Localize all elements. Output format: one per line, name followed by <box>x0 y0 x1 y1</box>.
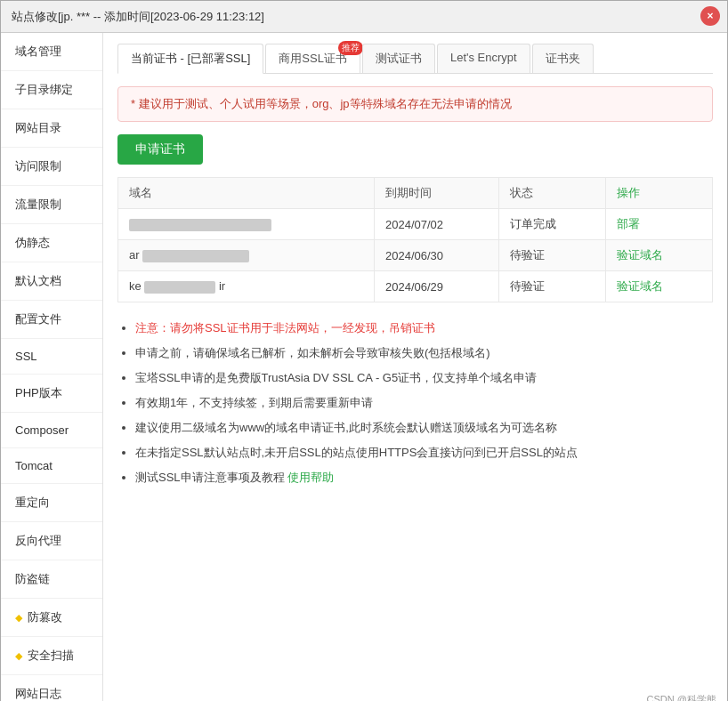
tab-lets-encrypt[interactable]: Let's Encrypt <box>437 44 530 73</box>
sidebar-item-flow-limit[interactable]: 流量限制 <box>1 186 102 224</box>
domain-blur <box>142 250 249 262</box>
verify-domain-link[interactable]: 验证域名 <box>617 248 663 262</box>
col-header-expire: 到期时间 <box>375 178 499 209</box>
col-header-domain: 域名 <box>118 178 375 209</box>
note-item: 建议使用二级域名为www的域名申请证书,此时系统会默认赠送顶级域名为可选名称 <box>135 416 713 439</box>
alert-box: * 建议用于测试、个人试用等场景，org、jp等特殊域名存在无法申请的情况 <box>117 86 713 122</box>
sidebar-item-access-limit[interactable]: 访问限制 <box>1 148 102 186</box>
sidebar-item-anti-tamper[interactable]: ◆ 防篡改 <box>1 599 102 637</box>
table-row: ar 2024/06/30 待验证 验证域名 <box>118 240 713 271</box>
table-row: 2024/07/02 订单完成 部署 <box>118 209 713 240</box>
expire-cell: 2024/07/02 <box>375 209 499 240</box>
note-item: 有效期1年，不支持续签，到期后需要重新申请 <box>135 391 713 415</box>
note-item: 宝塔SSL申请的是免费版TrustAsia DV SSL CA - G5证书，仅… <box>135 367 713 390</box>
verify-domain-link-2[interactable]: 验证域名 <box>617 279 663 293</box>
sidebar-item-hotlink[interactable]: 防盗链 <box>1 560 102 599</box>
notes-list: 注意：请勿将SSL证书用于非法网站，一经发现，吊销证书 申请之前，请确保域名已解… <box>117 317 713 489</box>
tab-commercial-ssl[interactable]: 商用SSL证书 推荐 <box>265 44 360 73</box>
status-cell: 订单完成 <box>499 209 606 240</box>
sidebar-item-redirect[interactable]: 重定向 <box>1 484 102 522</box>
action-cell[interactable]: 验证域名 <box>606 271 713 302</box>
table-row: ke ir 2024/06/29 待验证 验证域名 <box>118 271 713 302</box>
main-content: 当前证书 - [已部署SSL] 商用SSL证书 推荐 测试证书 Let's En… <box>103 33 727 701</box>
apply-cert-button[interactable]: 申请证书 <box>117 134 203 165</box>
expire-cell: 2024/06/29 <box>375 271 499 302</box>
sidebar-item-php-version[interactable]: PHP版本 <box>1 375 102 413</box>
sidebar-item-pseudo-static[interactable]: 伪静态 <box>1 224 102 262</box>
action-cell[interactable]: 验证域名 <box>606 240 713 271</box>
sidebar-item-security-scan[interactable]: ◆ 安全扫描 <box>1 637 102 675</box>
sidebar-item-domain-mgmt[interactable]: 域名管理 <box>1 33 102 71</box>
sidebar-item-tomcat[interactable]: Tomcat <box>1 448 102 484</box>
sidebar-item-subdir-bind[interactable]: 子目录绑定 <box>1 71 102 109</box>
domain-cell: ar <box>118 240 375 271</box>
sidebar-item-site-log[interactable]: 网站日志 <box>1 675 102 701</box>
sidebar-item-default-doc[interactable]: 默认文档 <box>1 262 102 301</box>
modal-body: 域名管理 子目录绑定 网站目录 访问限制 流量限制 伪静态 默认文档 配置文件 <box>1 33 727 701</box>
status-cell: 待验证 <box>499 271 606 302</box>
note-item: 注意：请勿将SSL证书用于非法网站，一经发现，吊销证书 <box>135 317 713 340</box>
domain-cell: ke ir <box>118 271 375 302</box>
note-item: 申请之前，请确保域名已解析，如未解析会导致审核失败(包括根域名) <box>135 342 713 365</box>
domain-cell <box>118 209 375 240</box>
note-item: 在未指定SSL默认站点时,未开启SSL的站点使用HTTPS会直接访问到已开启SS… <box>135 441 713 464</box>
diamond-icon-2: ◆ <box>15 650 22 662</box>
status-cell: 待验证 <box>499 240 606 271</box>
tab-bar: 当前证书 - [已部署SSL] 商用SSL证书 推荐 测试证书 Let's En… <box>117 44 713 74</box>
sidebar-item-site-dir[interactable]: 网站目录 <box>1 109 102 148</box>
col-header-status: 状态 <box>499 178 606 209</box>
modal-title: 站点修改[jp. *** -- 添加时间[2023-06-29 11:23:12… <box>12 9 264 25</box>
sidebar-item-reverse-proxy[interactable]: 反向代理 <box>1 522 102 560</box>
modal-window: 站点修改[jp. *** -- 添加时间[2023-06-29 11:23:12… <box>0 0 728 701</box>
help-link[interactable]: 使用帮助 <box>287 471 334 484</box>
tab-current-cert[interactable]: 当前证书 - [已部署SSL] <box>117 44 263 74</box>
domain-blur <box>144 281 215 294</box>
expire-cell: 2024/06/30 <box>375 240 499 271</box>
sidebar: 域名管理 子目录绑定 网站目录 访问限制 流量限制 伪静态 默认文档 配置文件 <box>1 33 103 701</box>
sidebar-item-composer[interactable]: Composer <box>1 413 102 448</box>
watermark: CSDN @科学熊 <box>647 693 716 701</box>
note-warn: 注意：请勿将SSL证书用于非法网站，一经发现，吊销证书 <box>135 321 435 334</box>
close-button[interactable]: × <box>700 6 720 26</box>
domain-blur <box>129 219 271 231</box>
modal-header: 站点修改[jp. *** -- 添加时间[2023-06-29 11:23:12… <box>1 1 727 33</box>
sidebar-item-ssl[interactable]: SSL <box>1 339 102 375</box>
note-item: 测试SSL申请注意事项及教程 使用帮助 <box>135 466 713 489</box>
deploy-link[interactable]: 部署 <box>617 217 640 230</box>
recommend-badge: 推荐 <box>338 41 363 55</box>
col-header-action: 操作 <box>606 178 713 209</box>
diamond-icon: ◆ <box>15 612 22 624</box>
tab-test-cert[interactable]: 测试证书 <box>362 44 435 73</box>
alert-text: * 建议用于测试、个人试用等场景，org、jp等特殊域名存在无法申请的情况 <box>131 97 512 110</box>
tab-cert-store[interactable]: 证书夹 <box>532 44 594 73</box>
action-cell[interactable]: 部署 <box>606 209 713 240</box>
cert-table: 域名 到期时间 状态 操作 2024/07/02 订单完成 <box>117 177 713 302</box>
sidebar-item-config-file[interactable]: 配置文件 <box>1 301 102 339</box>
